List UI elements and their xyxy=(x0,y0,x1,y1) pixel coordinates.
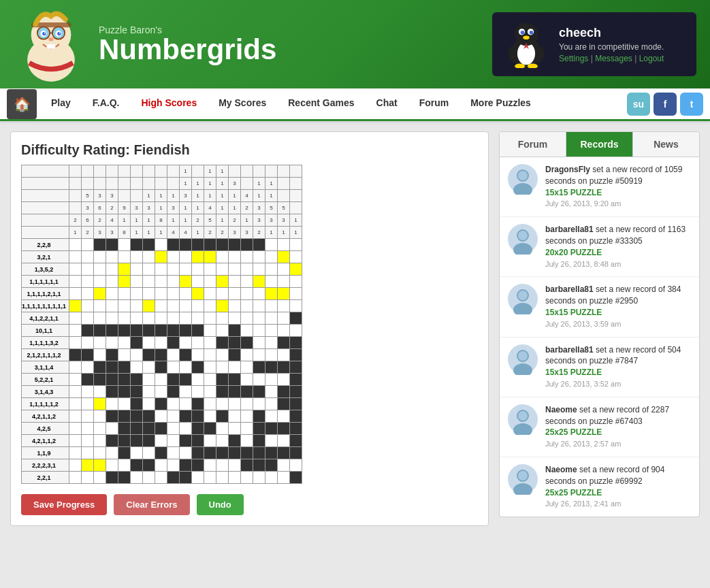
grid-cell[interactable] xyxy=(229,325,241,337)
grid-cell[interactable] xyxy=(278,300,290,312)
grid-cell[interactable] xyxy=(253,288,265,300)
tab-records[interactable]: Records xyxy=(566,132,633,157)
grid-cell[interactable] xyxy=(204,386,216,398)
grid-cell[interactable] xyxy=(143,312,155,325)
grid-cell[interactable] xyxy=(167,337,180,349)
grid-cell[interactable] xyxy=(278,410,290,423)
grid-cell[interactable] xyxy=(69,374,82,386)
grid-cell[interactable] xyxy=(192,386,204,398)
grid-cell[interactable] xyxy=(216,361,229,374)
grid-cell[interactable] xyxy=(229,386,241,398)
grid-cell[interactable] xyxy=(106,423,118,435)
grid-cell[interactable] xyxy=(204,423,216,435)
grid-cell[interactable] xyxy=(143,337,155,349)
logout-link[interactable]: Logout xyxy=(639,54,664,63)
grid-cell[interactable] xyxy=(180,276,192,288)
grid-cell[interactable] xyxy=(192,239,204,251)
grid-cell[interactable] xyxy=(253,239,265,251)
grid-cell[interactable] xyxy=(229,239,241,251)
grid-cell[interactable] xyxy=(143,251,155,263)
grid-cell[interactable] xyxy=(118,349,131,361)
grid-cell[interactable] xyxy=(131,410,143,423)
grid-cell[interactable] xyxy=(82,288,94,300)
grid-cell[interactable] xyxy=(216,239,229,251)
grid-cell[interactable] xyxy=(143,410,155,423)
grid-cell[interactable] xyxy=(216,374,229,386)
twitter-button[interactable]: t xyxy=(680,93,703,116)
grid-cell[interactable] xyxy=(216,251,229,263)
grid-cell[interactable] xyxy=(82,386,94,398)
grid-cell[interactable] xyxy=(94,251,106,263)
grid-cell[interactable] xyxy=(290,435,302,447)
grid-cell[interactable] xyxy=(253,386,265,398)
grid-cell[interactable] xyxy=(118,435,131,447)
grid-cell[interactable] xyxy=(229,288,241,300)
grid-cell[interactable] xyxy=(143,374,155,386)
grid-cell[interactable] xyxy=(106,410,118,423)
grid-cell[interactable] xyxy=(167,300,180,312)
grid-cell[interactable] xyxy=(229,349,241,361)
grid-cell[interactable] xyxy=(69,386,82,398)
grid-cell[interactable] xyxy=(229,276,241,288)
clear-button[interactable]: Clear Errors xyxy=(114,494,189,515)
grid-cell[interactable] xyxy=(94,410,106,423)
grid-cell[interactable] xyxy=(265,472,278,484)
grid-cell[interactable] xyxy=(229,312,241,325)
grid-cell[interactable] xyxy=(131,447,143,459)
grid-cell[interactable] xyxy=(106,300,118,312)
grid-cell[interactable] xyxy=(265,361,278,374)
grid-cell[interactable] xyxy=(69,361,82,374)
grid-cell[interactable] xyxy=(131,325,143,337)
grid-cell[interactable] xyxy=(94,386,106,398)
grid-cell[interactable] xyxy=(82,300,94,312)
grid-cell[interactable] xyxy=(106,276,118,288)
grid-cell[interactable] xyxy=(82,459,94,472)
grid-cell[interactable] xyxy=(155,386,167,398)
grid-cell[interactable] xyxy=(155,472,167,484)
grid-cell[interactable] xyxy=(69,472,82,484)
grid-cell[interactable] xyxy=(192,361,204,374)
grid-cell[interactable] xyxy=(167,325,180,337)
grid-cell[interactable] xyxy=(143,288,155,300)
grid-cell[interactable] xyxy=(131,374,143,386)
grid-cell[interactable] xyxy=(229,447,241,459)
grid-cell[interactable] xyxy=(94,423,106,435)
grid-cell[interactable] xyxy=(241,263,253,276)
grid-cell[interactable] xyxy=(216,472,229,484)
grid-cell[interactable] xyxy=(106,472,118,484)
grid-cell[interactable] xyxy=(167,361,180,374)
grid-cell[interactable] xyxy=(155,398,167,410)
grid-cell[interactable] xyxy=(131,263,143,276)
grid-cell[interactable] xyxy=(229,374,241,386)
grid-cell[interactable] xyxy=(94,435,106,447)
grid-cell[interactable] xyxy=(131,300,143,312)
grid-cell[interactable] xyxy=(131,251,143,263)
grid-cell[interactable] xyxy=(155,300,167,312)
grid-cell[interactable] xyxy=(155,374,167,386)
grid-cell[interactable] xyxy=(118,472,131,484)
grid-cell[interactable] xyxy=(69,312,82,325)
grid-cell[interactable] xyxy=(143,423,155,435)
grid-cell[interactable] xyxy=(241,337,253,349)
grid-cell[interactable] xyxy=(167,288,180,300)
grid-cell[interactable] xyxy=(82,361,94,374)
nav-forum[interactable]: Forum xyxy=(408,88,460,119)
grid-cell[interactable] xyxy=(241,423,253,435)
grid-cell[interactable] xyxy=(118,300,131,312)
grid-cell[interactable] xyxy=(143,386,155,398)
grid-cell[interactable] xyxy=(69,239,82,251)
grid-cell[interactable] xyxy=(216,459,229,472)
grid-cell[interactable] xyxy=(155,423,167,435)
grid-cell[interactable] xyxy=(94,374,106,386)
grid-cell[interactable] xyxy=(69,349,82,361)
nav-faq[interactable]: F.A.Q. xyxy=(82,88,131,119)
grid-cell[interactable] xyxy=(155,459,167,472)
grid-cell[interactable] xyxy=(192,288,204,300)
grid-cell[interactable] xyxy=(69,435,82,447)
nav-chat[interactable]: Chat xyxy=(366,88,408,119)
grid-cell[interactable] xyxy=(143,435,155,447)
grid-cell[interactable] xyxy=(69,459,82,472)
grid-cell[interactable] xyxy=(278,361,290,374)
grid-cell[interactable] xyxy=(180,361,192,374)
grid-cell[interactable] xyxy=(253,374,265,386)
